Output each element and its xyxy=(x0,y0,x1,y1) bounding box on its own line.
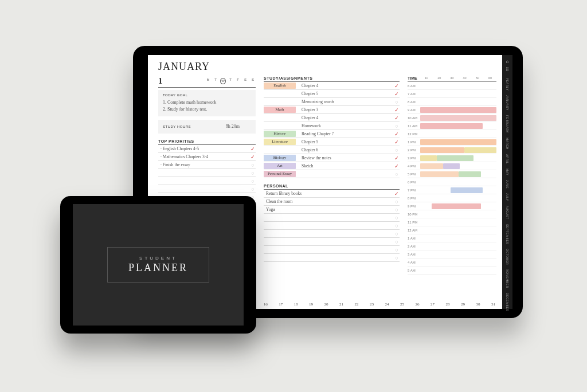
sidebar-tab[interactable]: JULY xyxy=(506,191,509,203)
check-icon[interactable]: ○ xyxy=(394,223,400,229)
check-icon[interactable]: ✓ xyxy=(394,163,400,169)
time-bar-area[interactable] xyxy=(420,130,496,138)
list-item[interactable]: Homework○ xyxy=(264,122,400,130)
sidebar-tab[interactable]: JANUARY xyxy=(506,93,509,113)
calendar-day[interactable]: 22 xyxy=(355,302,359,307)
calendar-day[interactable]: 21 xyxy=(339,302,343,307)
list-item[interactable]: ○ xyxy=(264,222,400,230)
time-bar-area[interactable] xyxy=(420,242,496,250)
time-bar-area[interactable] xyxy=(420,226,496,234)
list-item[interactable]: · English Chapters 4-5✓ xyxy=(158,145,256,153)
list-item[interactable]: ○ xyxy=(158,177,256,185)
calendar-day[interactable]: 18 xyxy=(294,302,298,307)
time-bar-area[interactable] xyxy=(420,186,496,194)
time-bar-area[interactable] xyxy=(420,154,496,162)
calendar-day[interactable]: 30 xyxy=(476,302,480,307)
check-icon[interactable]: ○ xyxy=(394,231,400,237)
sidebar-tab[interactable]: DECEMBER xyxy=(506,291,509,313)
list-item[interactable]: HistoryReading Chapter 7✓ xyxy=(264,130,400,138)
list-item[interactable]: Chapter 6○ xyxy=(264,146,400,154)
list-item[interactable]: ○ xyxy=(158,169,256,177)
time-bar-area[interactable] xyxy=(420,106,496,113)
check-icon[interactable]: ✓ xyxy=(394,115,400,121)
list-item[interactable]: Yoga○ xyxy=(264,206,400,214)
calendar-day[interactable]: 17 xyxy=(279,302,283,307)
time-bar-area[interactable] xyxy=(420,90,496,97)
check-icon[interactable]: ✓ xyxy=(394,91,400,97)
check-icon[interactable]: ○ xyxy=(394,255,400,261)
study-hours-box[interactable]: STUDY HOURS 8h 20m xyxy=(158,120,256,134)
weekday[interactable]: W xyxy=(220,78,226,84)
weekday[interactable]: T xyxy=(213,78,218,84)
time-bar-area[interactable] xyxy=(420,162,496,170)
time-bar-area[interactable] xyxy=(420,138,496,146)
list-item[interactable]: ○ xyxy=(264,246,400,254)
sidebar-tab[interactable]: YEARLY xyxy=(506,76,509,93)
check-icon[interactable]: ○ xyxy=(394,123,400,129)
calendar-day[interactable]: 28 xyxy=(445,302,449,307)
sidebar-tab[interactable]: MARCH xyxy=(506,135,509,152)
weekday[interactable]: T xyxy=(228,78,233,84)
list-item[interactable]: ArtSketch✓ xyxy=(264,162,400,170)
calendar-day[interactable]: 27 xyxy=(431,302,435,307)
list-item[interactable]: ○ xyxy=(264,214,400,222)
sidebar-tab[interactable]: MAY xyxy=(506,166,509,178)
time-bar-area[interactable] xyxy=(420,194,496,202)
check-icon[interactable]: ✓ xyxy=(250,154,256,160)
list-item[interactable]: ○ xyxy=(264,254,400,262)
check-icon[interactable]: ○ xyxy=(250,178,256,184)
time-bar-area[interactable] xyxy=(420,234,496,242)
check-icon[interactable]: ○ xyxy=(394,147,400,153)
check-icon[interactable]: ✓ xyxy=(250,146,256,152)
list-item[interactable]: LiteratureChapter 5✓ xyxy=(264,138,400,146)
check-icon[interactable]: ✓ xyxy=(394,191,400,197)
time-bar-area[interactable] xyxy=(420,82,496,89)
weekday[interactable]: S xyxy=(250,78,256,84)
time-bar-area[interactable] xyxy=(420,250,496,258)
check-icon[interactable]: ✓ xyxy=(394,83,400,89)
list-item[interactable]: ○ xyxy=(264,230,400,238)
check-icon[interactable]: ○ xyxy=(250,186,256,192)
time-bar-area[interactable] xyxy=(420,218,496,226)
check-icon[interactable]: ○ xyxy=(250,170,256,176)
calendar-day[interactable]: 16 xyxy=(264,302,268,307)
calendar-day[interactable]: 24 xyxy=(385,302,389,307)
time-bar-area[interactable] xyxy=(420,146,496,154)
time-bar-area[interactable] xyxy=(420,122,496,130)
calendar-day[interactable]: 20 xyxy=(324,302,328,307)
sidebar-tab[interactable]: APRIL xyxy=(506,152,509,166)
list-item[interactable]: BiologyReview the notes✓ xyxy=(264,154,400,162)
check-icon[interactable]: ○ xyxy=(394,199,400,205)
list-item[interactable]: MathChapter 3✓ xyxy=(264,106,400,114)
check-icon[interactable]: ○ xyxy=(250,162,256,168)
list-item[interactable]: Chapter 5✓ xyxy=(264,90,400,98)
home-icon[interactable]: ⌂ xyxy=(506,60,509,64)
time-bar-area[interactable] xyxy=(420,210,496,218)
check-icon[interactable]: ✓ xyxy=(394,107,400,113)
time-bar-area[interactable] xyxy=(420,114,496,121)
list-item[interactable]: Memorizing words○ xyxy=(264,98,400,106)
check-icon[interactable]: ✓ xyxy=(394,155,400,161)
check-icon[interactable]: ○ xyxy=(394,215,400,221)
weekday[interactable]: F xyxy=(235,78,241,84)
sidebar-tab[interactable]: OCTOBER xyxy=(506,246,509,267)
time-bar-area[interactable] xyxy=(420,258,496,266)
sidebar-tab[interactable]: AUGUST xyxy=(506,203,509,222)
sidebar-tab[interactable]: FEBRUARY xyxy=(506,113,509,135)
weekday[interactable]: M xyxy=(205,78,211,84)
calendar-day[interactable]: 29 xyxy=(461,302,465,307)
calendar-day[interactable]: 26 xyxy=(415,302,419,307)
time-bar-area[interactable] xyxy=(420,178,496,186)
list-item[interactable]: ○ xyxy=(264,238,400,246)
check-icon[interactable]: ✓ xyxy=(394,131,400,137)
list-item[interactable]: ○ xyxy=(158,185,256,193)
list-item[interactable]: Personal Essay○ xyxy=(264,170,400,178)
calendar-day[interactable]: 19 xyxy=(309,302,313,307)
check-icon[interactable]: ○ xyxy=(394,99,400,105)
grid-icon[interactable]: ⠿ xyxy=(506,68,509,72)
list-item[interactable]: Chapter 4✓ xyxy=(264,114,400,122)
time-bar-area[interactable] xyxy=(420,202,496,210)
sidebar-tab[interactable]: NOVEMBER xyxy=(506,267,509,291)
calendar-day[interactable]: 31 xyxy=(491,302,495,307)
check-icon[interactable]: ○ xyxy=(394,239,400,245)
